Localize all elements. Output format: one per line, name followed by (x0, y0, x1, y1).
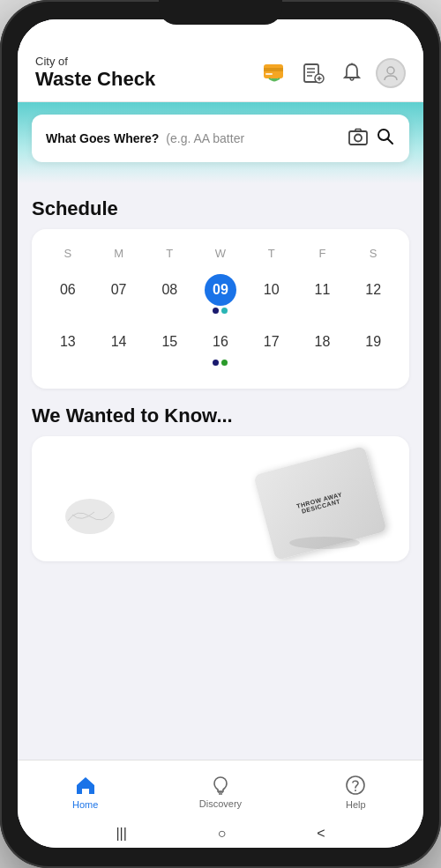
home-icon (74, 774, 97, 797)
camera-icon (348, 126, 369, 147)
back-button[interactable]: < (317, 826, 325, 842)
main-content: Schedule S M T W T F S 06 (18, 183, 423, 760)
search-container: What Goes Where? (e.g. AA batter (32, 115, 409, 162)
app-name-label: Waste Check (35, 68, 155, 91)
svg-rect-2 (265, 73, 273, 75)
dot-blue-16 (213, 360, 219, 366)
calendar-week-2: 13 14 15 16 (42, 323, 399, 369)
avatar-icon (382, 64, 400, 82)
cal-day-18[interactable]: 18 (297, 323, 348, 369)
svg-line-15 (388, 139, 393, 145)
day-thu: T (246, 243, 297, 263)
svg-rect-1 (264, 68, 283, 71)
city-label: City of (35, 55, 155, 68)
calendar-week-1: 06 07 08 09 (42, 271, 399, 317)
svg-rect-12 (349, 131, 367, 145)
system-navigation-bar: ||| ○ < (18, 820, 423, 848)
app-header: City of Waste Check (18, 19, 423, 102)
cal-day-07[interactable]: 07 (93, 271, 145, 317)
svg-point-11 (387, 67, 394, 74)
cal-day-12[interactable]: 12 (348, 271, 399, 317)
user-avatar[interactable] (376, 58, 406, 88)
crumpled-paper-icon (64, 490, 116, 538)
search-placeholder-text: (e.g. AA batter (166, 131, 340, 145)
cal-day-14[interactable]: 14 (93, 323, 145, 369)
nav-home-label: Home (72, 799, 98, 810)
nav-help-label: Help (346, 799, 366, 810)
wwtk-card[interactable]: THROW AWAY DESICCANT (32, 436, 409, 561)
packet-shadow (289, 537, 360, 549)
add-list-icon-button[interactable] (298, 58, 328, 88)
day-sun: S (42, 243, 93, 263)
header-icons-group (259, 58, 406, 88)
app-title-block: City of Waste Check (35, 55, 155, 91)
nav-help[interactable]: Help (320, 774, 391, 810)
cal-day-08[interactable]: 08 (144, 271, 195, 317)
cal-day-11[interactable]: 11 (297, 271, 348, 317)
add-list-icon (301, 61, 325, 85)
day-tue: T (144, 243, 195, 263)
dot-teal-09 (221, 308, 228, 314)
phone-frame: City of Waste Check (0, 0, 441, 868)
cal-day-16[interactable]: 16 (195, 323, 246, 369)
dot-blue-09 (213, 308, 219, 314)
recent-apps-button[interactable]: ||| (116, 826, 126, 842)
loyalty-card-icon (262, 61, 287, 85)
notification-bell-icon (340, 62, 363, 85)
calendar-card: S M T W T F S 06 07 (32, 229, 409, 389)
desiccant-packet: THROW AWAY DESICCANT (263, 459, 377, 547)
nav-home[interactable]: Home (50, 774, 121, 810)
dot-green-16 (221, 360, 228, 366)
cal-day-15[interactable]: 15 (144, 323, 195, 369)
day-mon: M (93, 243, 145, 263)
phone-screen: City of Waste Check (18, 19, 423, 848)
discovery-bulb-icon (210, 775, 231, 796)
home-button[interactable]: ○ (218, 826, 227, 842)
wwtk-title: We Wanted to Know... (32, 404, 409, 427)
cal-dots-16 (213, 360, 228, 366)
cal-day-19[interactable]: 19 (348, 323, 399, 369)
cal-day-09-today[interactable]: 09 (195, 271, 246, 317)
screen-content: City of Waste Check (18, 19, 423, 848)
nav-discovery[interactable]: Discovery (185, 775, 256, 809)
bell-icon-button[interactable] (337, 58, 367, 88)
cal-day-13[interactable]: 13 (42, 323, 93, 369)
notch (159, 0, 282, 25)
cal-dots-09 (213, 308, 228, 314)
calendar-day-names: S M T W T F S (42, 243, 399, 263)
nav-discovery-label: Discovery (199, 798, 242, 809)
day-sat: S (348, 243, 399, 263)
svg-point-13 (355, 135, 362, 142)
bottom-navigation: Home Discovery (18, 760, 423, 820)
day-fri: F (297, 243, 348, 263)
help-icon (344, 774, 367, 797)
schedule-title: Schedule (32, 197, 409, 220)
cal-day-06[interactable]: 06 (42, 271, 93, 317)
magnifier-icon (376, 127, 395, 146)
desiccant-image-area: THROW AWAY DESICCANT (46, 450, 395, 547)
cal-day-10[interactable]: 10 (246, 271, 297, 317)
search-button[interactable] (376, 127, 395, 150)
banner-search-area: What Goes Where? (e.g. AA batter (18, 102, 423, 183)
camera-button[interactable] (348, 126, 369, 151)
day-wed: W (195, 243, 246, 263)
card-icon-button[interactable] (259, 58, 289, 88)
search-label: What Goes Where? (46, 131, 159, 145)
cal-day-17[interactable]: 17 (246, 323, 297, 369)
svg-point-20 (355, 790, 356, 791)
